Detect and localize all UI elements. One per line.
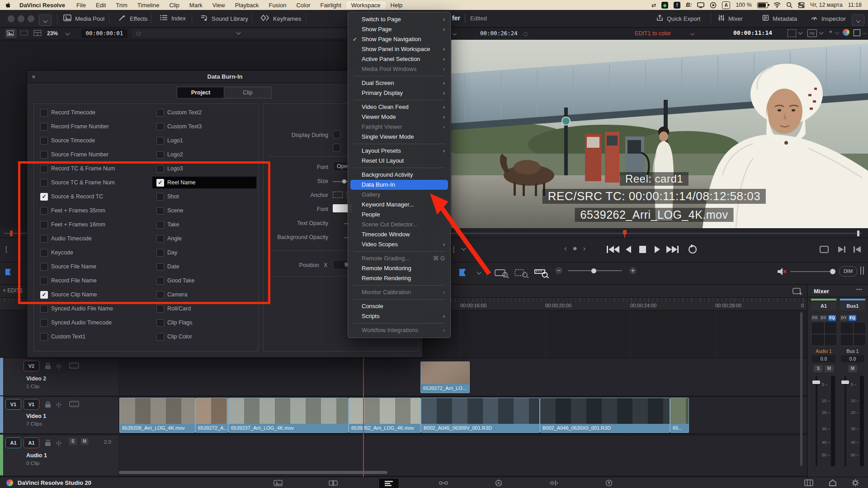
settings-gear-icon[interactable] xyxy=(851,479,860,487)
menu-item-timecode-window[interactable]: Timecode Window xyxy=(348,230,450,239)
mixer-options-icon[interactable]: ••• xyxy=(856,287,863,292)
list-view-icon[interactable] xyxy=(33,29,42,37)
checkbox-custom-text2[interactable] xyxy=(156,109,164,117)
checkbox-record-timecode[interactable] xyxy=(40,109,48,117)
anchor-position-icon[interactable] xyxy=(333,192,343,198)
toolbar-button-media-pool[interactable]: Media Pool xyxy=(63,14,104,23)
menubar-item-fairlight[interactable]: Fairlight xyxy=(316,1,346,9)
safe-area-icon[interactable] xyxy=(854,29,860,36)
page-button-edit[interactable] xyxy=(378,478,399,488)
channel-header-a1[interactable]: A1 xyxy=(811,301,836,310)
horizontal-scrollbar[interactable] xyxy=(119,471,387,474)
menu-item-viewer-mode[interactable]: Viewer Mode› xyxy=(348,112,450,122)
thumbnail-view-icon[interactable] xyxy=(5,29,16,38)
display-during-checkbox-1[interactable] xyxy=(333,131,340,138)
badge-dy[interactable]: DY xyxy=(840,315,848,321)
quality-chevron-icon[interactable] xyxy=(819,30,824,35)
color-management-icon[interactable] xyxy=(843,29,849,36)
dialog-close-icon[interactable]: × xyxy=(32,73,36,80)
window-zoom-button[interactable] xyxy=(28,15,34,22)
page-nav-toggle[interactable] xyxy=(39,14,52,26)
lock-icon[interactable] xyxy=(43,362,52,370)
transport-chevron-icon[interactable] xyxy=(462,246,466,251)
dim-button[interactable]: DIM xyxy=(839,266,857,277)
loop-range-icon[interactable] xyxy=(820,246,828,253)
menu-item-video-scopes[interactable]: Video Scopes› xyxy=(348,239,450,249)
menubar-item-color[interactable]: Color xyxy=(291,1,315,9)
checkbox-source-frame-number[interactable] xyxy=(40,151,48,159)
timeline-clip[interactable]: 6539272_Arri_LO... xyxy=(420,361,470,393)
checkbox-clip-flags[interactable] xyxy=(156,319,164,327)
mute-button-bus1[interactable]: M xyxy=(848,365,857,372)
play-reverse-button[interactable] xyxy=(626,246,631,253)
source-playhead-pin[interactable] xyxy=(10,230,13,236)
toolbar-button-quick-export[interactable]: Quick Export xyxy=(656,14,700,23)
toolbar-button-effects[interactable]: Effects xyxy=(118,14,148,23)
stop-button[interactable] xyxy=(639,246,646,253)
menubar-item-trim[interactable]: Trim xyxy=(111,1,132,9)
custom-zoom-icon[interactable] xyxy=(533,267,550,278)
track-badge[interactable]: V1 xyxy=(5,399,21,410)
control-center-icon[interactable] xyxy=(798,2,805,9)
checkbox-roll-card[interactable] xyxy=(156,305,164,313)
menu-item-remote-grading-[interactable]: Remote Grading...⌘ G xyxy=(348,253,450,263)
menu-item-media-pool-windows[interactable]: Media Pool Windows› xyxy=(348,64,450,74)
channel-header-bus1[interactable]: Bus1 xyxy=(840,301,865,310)
meters-icon[interactable] xyxy=(860,267,864,275)
context-chevron-icon[interactable] xyxy=(690,31,695,36)
pan-pad-a1[interactable] xyxy=(811,322,837,346)
display-during-checkbox-2[interactable] xyxy=(333,144,340,151)
track-header-audio-1[interactable]: A1A1‹|›SM2.0Audio 10 Clip xyxy=(4,435,118,476)
toolbar-button-index[interactable]: Index xyxy=(160,14,186,22)
in-point-icon[interactable]: [ xyxy=(5,245,7,253)
mute-button[interactable]: M xyxy=(80,438,89,445)
menu-item-active-panel-selection[interactable]: Active Panel Selection› xyxy=(348,54,450,64)
auto-select-icon[interactable]: ‹|› xyxy=(56,439,61,446)
fader-handle-bus1[interactable] xyxy=(841,380,849,384)
alert-icon[interactable]: ! xyxy=(674,2,680,9)
menu-item-scripts[interactable]: Scripts› xyxy=(348,311,450,321)
bypass-chevron-icon[interactable] xyxy=(798,30,803,35)
clip-selector-dropdown[interactable] xyxy=(132,29,346,38)
menu-item-primary-display[interactable]: Primary Display› xyxy=(348,88,450,98)
timeline-clip[interactable]: B002_A045_06309V_001.R3D xyxy=(421,398,540,433)
channel-level-value[interactable]: 0.0 xyxy=(812,355,835,362)
menu-item-layout-presets[interactable]: Layout Presets› xyxy=(348,146,450,156)
menu-item-remote-monitoring[interactable]: Remote Monitoring xyxy=(348,263,450,273)
input-source-icon[interactable]: A xyxy=(722,1,730,9)
timeline-context-label[interactable]: EDIT1 to color xyxy=(635,30,671,37)
page-button-deliver[interactable] xyxy=(599,478,619,488)
timeline-zoom-level[interactable]: 23% xyxy=(47,30,58,37)
wand-chevron-icon[interactable] xyxy=(835,30,840,35)
full-extent-zoom-icon[interactable] xyxy=(494,267,510,278)
dialog-tab-project[interactable]: Project xyxy=(177,87,225,99)
menu-item-dual-screen[interactable]: Dual Screen› xyxy=(348,78,450,88)
track-badge[interactable]: A1 xyxy=(5,437,21,448)
checkbox-custom-text3[interactable] xyxy=(156,123,164,131)
match-frame-icon[interactable]: [ xyxy=(453,245,455,253)
timeline-clip[interactable]: 6539237_Arri_LOG_4K.mov xyxy=(228,398,349,433)
badge-eq[interactable]: EQ xyxy=(849,315,856,321)
fader-handle-a1[interactable] xyxy=(812,380,820,384)
menubar-item-mark[interactable]: Mark xyxy=(184,1,208,9)
page-button-fusion[interactable] xyxy=(434,478,453,488)
toolbar-button-sound-library[interactable]: Sound Library xyxy=(200,14,248,23)
search-icon[interactable] xyxy=(786,2,793,9)
b-app-icon[interactable]: B: xyxy=(686,2,692,9)
filmstrip-view-icon[interactable] xyxy=(19,29,29,37)
play-button[interactable] xyxy=(655,246,660,253)
zoom-slider-handle[interactable] xyxy=(591,268,596,273)
mute-button-a1[interactable]: M xyxy=(825,365,834,372)
wifi-icon[interactable] xyxy=(774,2,781,9)
panels-icon[interactable] xyxy=(804,479,814,487)
lock-icon[interactable] xyxy=(43,400,52,408)
menubar-item-file[interactable]: File xyxy=(71,1,91,9)
menu-item-show-page-navigation[interactable]: ✓Show Page Navigation xyxy=(348,34,450,44)
checkbox-source-timecode[interactable] xyxy=(40,137,48,145)
page-button-fairlight[interactable] xyxy=(544,478,564,488)
menu-item-remote-rendering[interactable]: Remote Rendering xyxy=(348,273,450,283)
viewer-mode-chevron-icon[interactable] xyxy=(453,31,457,36)
lock-icon[interactable] xyxy=(43,439,52,446)
add-panel-icon[interactable] xyxy=(792,287,803,295)
menu-item-keyword-manager-[interactable]: Keyword Manager... xyxy=(348,200,450,210)
